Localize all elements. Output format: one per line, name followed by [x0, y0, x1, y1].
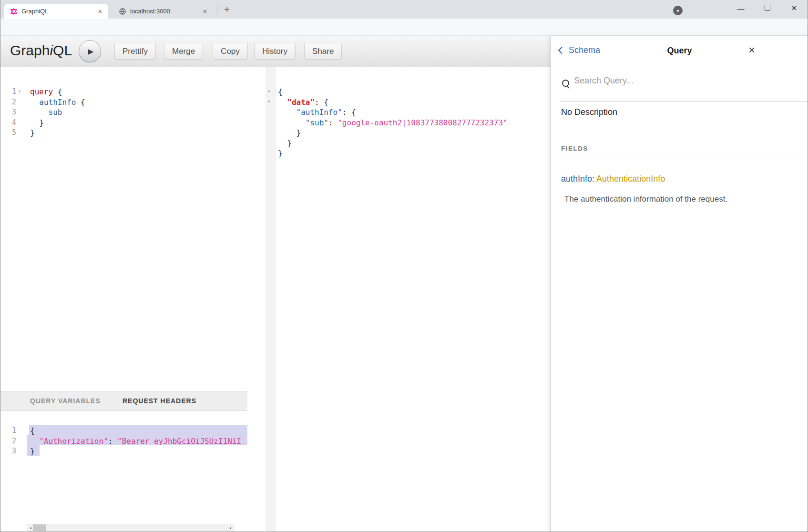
close-window-button[interactable]: × [781, 3, 808, 13]
graphiql-favicon [10, 8, 18, 15]
tab-query-variables[interactable]: QUERY VARIABLES [30, 391, 101, 410]
merge-button[interactable]: Merge [164, 43, 203, 60]
doc-search-input[interactable] [573, 75, 732, 86]
doc-explorer-header: Schema Query × [551, 36, 808, 67]
browser-toolbar: ← → localhost:3000 UO P [0, 19, 808, 36]
tab-close-icon[interactable]: × [201, 7, 209, 16]
fields-divider [561, 160, 808, 160]
field-name-link[interactable]: authInfo [561, 174, 592, 184]
browser-window: GraphiQL × localhost:3000 × + ▾ — × ← → [0, 0, 808, 532]
query-code: query { authInfo { sub } } [30, 87, 85, 138]
doc-field-row: authInfo: AuthenticationInfo [561, 174, 665, 184]
tab-close-icon[interactable]: × [96, 7, 104, 16]
tab-title: localhost:3000 [130, 8, 201, 15]
fold-caret-icon[interactable]: ▾ [267, 98, 271, 104]
query-editor[interactable]: 1 2 3 4 5 ▾ query { authInfo { sub } } [0, 67, 247, 391]
globe-icon [119, 8, 126, 15]
doc-explorer-panel: Schema Query × No Description FIELDS aut… [550, 36, 808, 532]
doc-fields-heading: FIELDS [561, 145, 588, 152]
fold-caret-icon[interactable]: ▾ [18, 88, 21, 94]
copy-button[interactable]: Copy [213, 43, 248, 60]
search-underline [560, 101, 808, 102]
line-number-gutter: 1 2 3 [0, 426, 16, 457]
history-button[interactable]: History [254, 43, 296, 60]
browser-tab-strip: GraphiQL × localhost:3000 × + ▾ — × [0, 0, 808, 19]
prettify-button[interactable]: Prettify [114, 43, 156, 60]
maximize-icon [765, 5, 770, 10]
execute-query-button[interactable]: ▶ [79, 40, 101, 62]
doc-title: Query [551, 46, 808, 56]
graphiql-logo: GraphiQL [10, 42, 72, 59]
field-separator: : [592, 174, 596, 184]
doc-no-description: No Description [561, 107, 617, 117]
fold-gutter [266, 67, 276, 532]
headers-code: { "Authorization": "Bearer eyJhbGciOiJSU… [30, 426, 241, 457]
chevron-down-icon: ▾ [676, 8, 679, 13]
horizontal-scrollbar[interactable]: ◂ ▸ [27, 524, 235, 532]
field-type-link[interactable]: AuthenticationInfo [596, 174, 665, 184]
result-viewer: ▾ ▾ { "data": { "authInfo": { "sub": "go… [247, 67, 550, 532]
minimize-button[interactable]: — [727, 4, 754, 12]
tab-graphiql[interactable]: GraphiQL × [4, 4, 108, 19]
scroll-right-arrow[interactable]: ▸ [227, 524, 235, 532]
share-button[interactable]: Share [304, 43, 342, 60]
tab-request-headers[interactable]: REQUEST HEADERS [123, 391, 196, 410]
play-icon: ▶ [88, 47, 94, 55]
tab-title: GraphiQL [21, 8, 96, 15]
request-headers-editor[interactable]: 1 2 3 { "Authorization": "Bearer eyJhbGc… [0, 411, 247, 532]
search-icon [562, 80, 569, 87]
scrollbar-thumb[interactable] [33, 524, 46, 531]
new-tab-button[interactable]: + [221, 3, 233, 16]
tab-separator [217, 6, 217, 14]
doc-close-icon[interactable]: × [748, 43, 755, 57]
secondary-editor-tabbar: QUERY VARIABLES REQUEST HEADERS [0, 391, 247, 411]
maximize-button[interactable] [754, 4, 781, 12]
result-json: { "data": { "authInfo": { "sub": "google… [278, 87, 508, 159]
window-controls: — × [727, 0, 808, 16]
tab-search-button[interactable]: ▾ [673, 6, 683, 15]
line-number-gutter: 1 2 3 4 5 [0, 87, 16, 138]
field-description: The authentication information of the re… [564, 194, 727, 204]
graphiql-toolbar: GraphiQL ▶ Prettify Merge Copy History S… [0, 36, 550, 67]
tab-localhost[interactable]: localhost:3000 × [113, 4, 213, 19]
fold-caret-icon[interactable]: ▾ [267, 88, 271, 94]
